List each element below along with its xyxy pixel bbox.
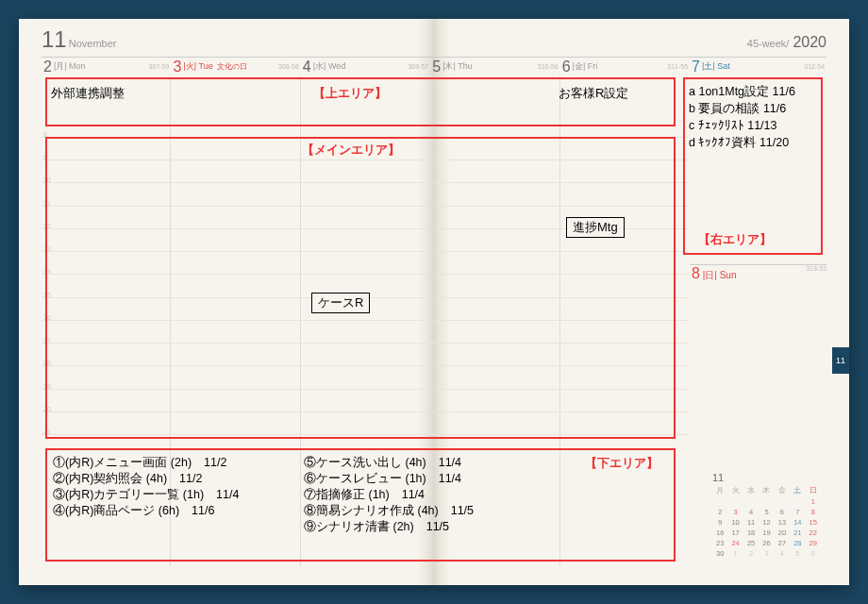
hour-lines: 89101112131415161718192021	[42, 137, 689, 434]
day-label: |火| Tue	[183, 60, 212, 73]
day-num: 3	[173, 59, 181, 76]
week-label: 45-week/	[747, 38, 790, 49]
mini-cal-table: 月火水木金土日123456789101112131415161718192021…	[712, 485, 821, 559]
planner-book: 11November 45-week/2020 2 |月| Mon 307-59…	[19, 19, 849, 585]
top-area-label: 【上エリア】	[313, 85, 387, 102]
bottom-tasks-left: ①(内R)メニュー画面 (2h) 11/2②(内R)契約照会 (4h) 11/2…	[53, 455, 239, 519]
day-tiny: 309-57	[408, 63, 428, 70]
top-entry-fri: お客様R設定	[559, 85, 628, 102]
bottom-tasks-right: ⑤ケース洗い出し (4h) 11/4⑥ケースレビュー (1h) 11/4⑦指摘修…	[304, 455, 474, 534]
day-sun: 8 |日| Sun 313-53	[690, 264, 826, 283]
day-tiny: 310-56	[538, 63, 559, 70]
day-tiny: 308-58	[278, 63, 299, 70]
month-tab: 11	[832, 347, 849, 374]
week-year: 45-week/2020	[747, 34, 826, 51]
day-tiny: 313-53	[806, 265, 826, 272]
month-heading: 11November	[42, 26, 116, 53]
top-entry-mon: 外部連携調整	[51, 85, 125, 102]
day-num: 7	[692, 59, 700, 76]
day-num: 8	[692, 265, 700, 281]
day-label: |木| Thu	[442, 60, 473, 73]
mini-calendar: 11 月火水木金土日123456789101112131415161718192…	[712, 472, 821, 559]
right-area-label: 【右エリア】	[698, 231, 772, 248]
day-wed: 4 |水| Wed 309-57	[301, 57, 430, 76]
day-thu: 5 |木| Thu 310-56	[430, 57, 559, 76]
month-number: 11	[42, 26, 67, 52]
mini-month: 11	[712, 472, 724, 483]
event-progress-mtg: 進捗Mtg	[566, 217, 625, 238]
page-header: 11November 45-week/2020	[42, 26, 826, 53]
day-label: |水| Wed	[313, 60, 346, 73]
holiday-name: 文化の日	[217, 61, 247, 72]
day-num: 4	[303, 59, 311, 76]
right-tasks: a 1on1Mtg設定 11/6b 要員の相談 11/6c ﾁｪｯｸﾘｽﾄ 11…	[689, 83, 795, 152]
day-tiny: 307-59	[149, 63, 170, 70]
day-mon: 2 |月| Mon 307-59	[42, 57, 171, 76]
event-case-r: ケースR	[311, 293, 370, 313]
day-tue: 3 |火| Tue 文化の日 308-58	[171, 57, 300, 76]
day-num: 5	[432, 59, 441, 76]
day-label: |土| Sat	[702, 60, 730, 73]
day-header-strip: 2 |月| Mon 307-59 3 |火| Tue 文化の日 308-58 4…	[42, 57, 826, 76]
day-sat: 7 |土| Sat 312-54	[690, 57, 826, 76]
day-fri: 6 |金| Fri 311-55	[560, 57, 690, 76]
main-area-label: 【メインエリア】	[302, 142, 400, 159]
month-name: November	[69, 38, 117, 49]
day-num: 6	[562, 59, 571, 76]
day-label: |金| Fri	[573, 60, 598, 73]
day-label: |日| Sun	[703, 270, 737, 280]
year: 2020	[793, 34, 826, 50]
day-tiny: 312-54	[804, 63, 825, 70]
bottom-area-label: 【下エリア】	[585, 455, 659, 472]
day-tiny: 311-55	[667, 63, 688, 70]
day-num: 2	[43, 59, 52, 76]
day-label: |月| Mon	[54, 60, 86, 73]
